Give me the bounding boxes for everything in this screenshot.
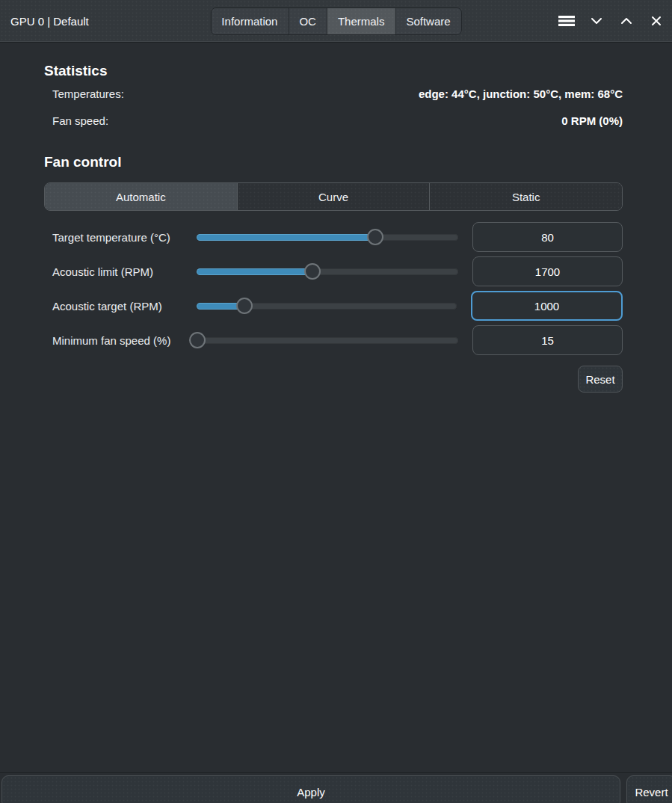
menu-button[interactable] [555, 10, 578, 32]
tab-thermals[interactable]: Thermals [327, 8, 396, 34]
close-icon [651, 16, 662, 26]
slider-track [197, 268, 458, 275]
acoustic-limit-input[interactable] [472, 256, 623, 286]
tab-thermals-label: Thermals [338, 15, 385, 28]
fan-settings: Target temperature (°C) Acoustic limit (… [44, 222, 623, 355]
menu-icon [558, 15, 575, 27]
window-controls [555, 0, 668, 42]
fan-mode-curve-label: Curve [318, 191, 348, 203]
page-tab-group: Information OC Thermals Software [210, 7, 461, 35]
close-button[interactable] [645, 10, 668, 32]
acoustic-target-slider[interactable] [197, 291, 457, 321]
acoustic-limit-row: Acoustic limit (RPM) [44, 256, 623, 286]
temperatures-value: edge: 44°C, junction: 50°C, mem: 68°C [419, 87, 623, 100]
slider-handle[interactable] [304, 263, 321, 280]
minimum-fan-speed-slider[interactable] [197, 325, 458, 355]
tab-oc[interactable]: OC [289, 8, 327, 34]
apply-button-label: Apply [297, 786, 325, 799]
temperatures-label: Temperatures: [52, 87, 124, 100]
minimum-fan-speed-row: Minimum fan speed (%) [44, 325, 623, 355]
fan-speed-value: 0 RPM (0%) [561, 114, 623, 127]
acoustic-limit-slider[interactable] [197, 256, 458, 286]
revert-button[interactable]: Revert [626, 775, 672, 803]
fan-control-heading: Fan control [44, 153, 623, 171]
fan-speed-label: Fan speed: [52, 114, 108, 127]
acoustic-target-label: Acoustic target (RPM) [48, 300, 197, 313]
target-temperature-label: Target temperature (°C) [48, 231, 197, 244]
target-temperature-input[interactable] [472, 222, 623, 252]
minimum-fan-speed-input[interactable] [472, 325, 623, 355]
fan-mode-automatic[interactable]: Automatic [45, 183, 238, 210]
action-bar: Apply Revert [0, 772, 672, 803]
chevron-up-icon [620, 17, 632, 25]
acoustic-target-row: Acoustic target (RPM) [44, 291, 623, 321]
window-title: GPU 0 | Default [10, 0, 89, 42]
acoustic-target-input[interactable] [471, 291, 623, 321]
slider-handle[interactable] [189, 332, 206, 348]
fan-mode-curve[interactable]: Curve [238, 183, 431, 210]
slider-track [197, 337, 458, 344]
tab-information[interactable]: Information [211, 8, 289, 34]
slider-handle[interactable] [367, 229, 383, 245]
minimum-fan-speed-label: Minimum fan speed (%) [48, 334, 197, 347]
acoustic-limit-label: Acoustic limit (RPM) [48, 265, 197, 278]
apply-button[interactable]: Apply [1, 775, 620, 803]
chevron-down-icon [591, 17, 602, 25]
temperatures-row: Temperatures: edge: 44°C, junction: 50°C… [44, 81, 623, 107]
revert-button-label: Revert [635, 786, 668, 799]
slider-handle[interactable] [236, 298, 253, 314]
tab-software[interactable]: Software [395, 8, 460, 34]
tab-oc-label: OC [299, 15, 316, 28]
reset-button[interactable]: Reset [578, 366, 623, 393]
target-temperature-row: Target temperature (°C) [44, 222, 623, 252]
fan-mode-automatic-label: Automatic [116, 191, 166, 203]
fan-speed-row: Fan speed: 0 RPM (0%) [44, 108, 623, 134]
reset-button-label: Reset [585, 373, 614, 386]
tab-information-label: Information [221, 15, 277, 28]
fan-mode-static[interactable]: Static [430, 183, 622, 210]
statistics-heading: Statistics [44, 62, 623, 80]
tab-software-label: Software [406, 15, 450, 28]
slider-track [197, 303, 457, 310]
fan-mode-group: Automatic Curve Static [44, 182, 623, 211]
thermals-page: Statistics Temperatures: edge: 44°C, jun… [0, 62, 672, 393]
slider-track [197, 234, 458, 241]
slider-fill [197, 268, 312, 275]
reset-row: Reset [44, 366, 623, 393]
fan-mode-static-label: Static [512, 191, 540, 203]
maximize-button[interactable] [615, 10, 638, 32]
headerbar: GPU 0 | Default Information OC Thermals … [0, 0, 672, 43]
slider-fill [197, 234, 375, 241]
minimize-button[interactable] [585, 10, 608, 32]
target-temperature-slider[interactable] [197, 222, 458, 252]
